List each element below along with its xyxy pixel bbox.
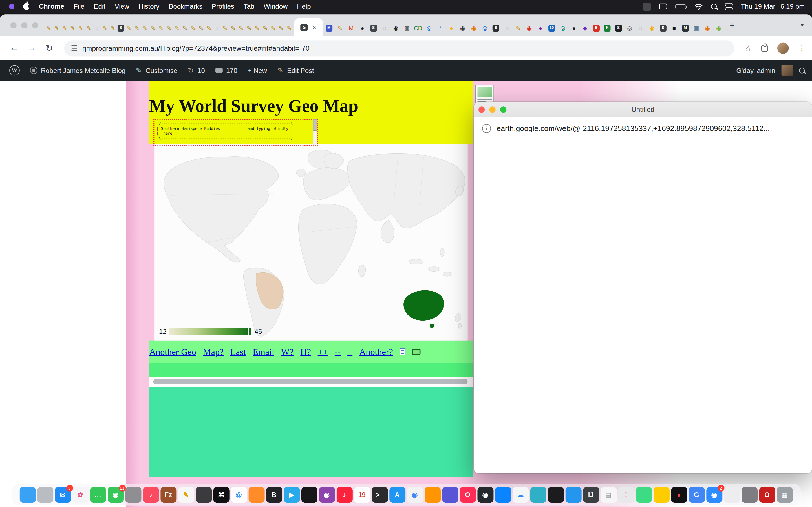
menubar-item-bookmarks[interactable]: Bookmarks <box>169 3 202 10</box>
browser-tab[interactable]: ✎ <box>141 20 149 36</box>
browser-tab[interactable]: ✎ <box>85 20 93 36</box>
dock-app-icon[interactable] <box>724 487 740 503</box>
browser-tab[interactable]: ◉ <box>702 20 713 36</box>
dock-app-icon[interactable]: ◉ <box>477 487 493 503</box>
popup-url-text[interactable]: earth.google.com/web/@-2116.197258135337… <box>497 124 770 132</box>
horizontal-scroll-thumb[interactable] <box>153 379 468 384</box>
browser-tab[interactable]: ✎ <box>237 20 245 36</box>
browser-tab[interactable]: ✎ <box>125 20 133 36</box>
address-bar[interactable]: rjmprogramming.com.au/ITblog/?p=72374&pr… <box>64 40 734 56</box>
dock-app-icon[interactable]: ● <box>671 487 687 503</box>
display-icon[interactable] <box>659 4 667 9</box>
page-link[interactable]: Another Geo <box>149 346 196 357</box>
dock-app-icon[interactable] <box>636 487 652 503</box>
menubar-item-edit[interactable]: Edit <box>94 3 105 10</box>
dock-app-icon[interactable] <box>424 487 441 503</box>
dock-app-icon[interactable] <box>495 487 511 503</box>
dock-app-icon[interactable]: 19 <box>354 487 370 503</box>
dock-app-icon[interactable]: G <box>689 487 705 503</box>
dock-app-icon[interactable]: IJ <box>583 487 599 503</box>
browser-tab[interactable]: ✎ <box>77 20 85 36</box>
browser-tab[interactable]: ✎ <box>133 20 141 36</box>
textarea-scrollbar[interactable] <box>313 119 317 145</box>
page-link[interactable]: Last <box>231 346 246 357</box>
page-link[interactable]: H? <box>300 346 311 357</box>
close-tab-icon[interactable]: × <box>312 24 316 31</box>
region-philippines[interactable] <box>440 248 444 257</box>
browser-menu-icon[interactable]: ⋮ <box>798 43 806 53</box>
browser-tab[interactable]: ✎ <box>285 20 293 36</box>
browser-tab[interactable]: ✎ <box>229 20 237 36</box>
menubar-item-window[interactable]: Window <box>264 3 288 10</box>
url-text[interactable]: rjmprogramming.com.au/ITblog/?p=72374&pr… <box>82 44 310 52</box>
browser-tab[interactable]: ✎ <box>68 20 77 36</box>
browser-tab[interactable]: ✎ <box>269 20 277 36</box>
wifi-icon[interactable] <box>694 3 702 10</box>
page-link[interactable]: ++ <box>318 346 328 357</box>
textarea-scroll-thumb[interactable] <box>313 119 317 131</box>
extensions-icon[interactable] <box>761 45 768 52</box>
browser-tab[interactable]: ✎ <box>277 20 285 36</box>
browser-tab[interactable]: ◎ <box>479 20 490 36</box>
browser-tab[interactable]: * <box>435 20 446 36</box>
browser-tab[interactable]: ✎ <box>513 20 523 36</box>
dock-app-icon[interactable]: ! <box>618 487 634 503</box>
admin-avatar[interactable] <box>781 65 793 76</box>
dock-app-icon[interactable]: ▶ <box>284 487 300 503</box>
dock-app-icon[interactable] <box>741 487 757 503</box>
browser-tab[interactable]: S <box>658 20 668 36</box>
browser-tab[interactable]: ✎ <box>61 20 68 36</box>
browser-tab[interactable]: ✎ <box>173 20 181 36</box>
dock-app-icon[interactable] <box>548 487 564 503</box>
tab-search-chevron-icon[interactable]: ▾ <box>801 21 804 29</box>
browser-tab[interactable]: ✎ <box>197 20 205 36</box>
browser-tab[interactable]: S <box>368 20 379 36</box>
popup-close-button[interactable] <box>478 107 485 113</box>
battery-icon[interactable] <box>675 4 686 9</box>
dock-app-icon[interactable]: ◉ <box>407 487 423 503</box>
reload-button[interactable]: ↻ <box>42 43 57 54</box>
browser-tab[interactable]: ✎ <box>52 20 60 36</box>
browser-tab[interactable]: ◎ <box>624 20 635 36</box>
spotlight-icon[interactable] <box>711 4 716 9</box>
browser-tab[interactable]: M <box>346 20 357 36</box>
new-tab-button[interactable]: + <box>729 20 735 30</box>
menubar-item-file[interactable]: File <box>73 3 84 10</box>
popup-title-bar[interactable]: Untitled <box>474 102 812 117</box>
dock-app-icon[interactable] <box>301 487 317 503</box>
browser-tab[interactable]: ● <box>535 20 546 36</box>
dock-app-icon[interactable] <box>653 487 669 503</box>
clipboard-icon[interactable] <box>400 348 405 355</box>
dock-app-icon[interactable]: ◉2 <box>706 487 722 503</box>
browser-tab[interactable]: ▣ <box>401 20 412 36</box>
customise-menu[interactable]: ✎ Customise <box>131 60 183 80</box>
browser-tab[interactable]: E <box>591 20 602 36</box>
browser-tab[interactable]: ✎ <box>157 20 165 36</box>
browser-tab[interactable]: ✎ <box>149 20 157 36</box>
bookmark-star-icon[interactable]: ☆ <box>745 43 752 53</box>
browser-tab[interactable]: ◉ <box>524 20 535 36</box>
browser-tab[interactable]: S <box>613 20 624 36</box>
dock-app-icon[interactable]: … <box>90 487 106 503</box>
browser-tab[interactable]: ✎ <box>221 20 229 36</box>
browser-tab[interactable]: ◌ <box>502 20 513 36</box>
browser-tab[interactable]: ▣ <box>691 20 702 36</box>
browser-tab[interactable]: ✎ <box>165 20 173 36</box>
dock-app-icon[interactable] <box>37 487 53 503</box>
browser-tab[interactable]: ○ <box>213 20 221 36</box>
updates-menu[interactable]: ↻ 10 <box>183 60 210 80</box>
browser-tab[interactable]: ◌ <box>379 20 390 36</box>
apple-menu-icon[interactable] <box>23 3 30 10</box>
browser-tab[interactable]: ✎ <box>253 20 261 36</box>
dock-app-icon[interactable]: ✎ <box>178 487 194 503</box>
browser-tab[interactable]: ● <box>357 20 368 36</box>
new-content-menu[interactable]: + New <box>243 60 272 80</box>
comments-menu[interactable]: 170 <box>210 60 243 80</box>
dock-app-icon[interactable] <box>530 487 546 503</box>
browser-tab[interactable]: ◉ <box>713 20 724 36</box>
region-indonesia[interactable] <box>443 272 452 276</box>
survey-textarea[interactable]: /---------------------------------------… <box>153 119 318 146</box>
browser-tab[interactable]: ✎ <box>109 20 117 36</box>
edit-post-menu[interactable]: ✎ Edit Post <box>272 60 319 80</box>
browser-tab[interactable]: S <box>490 20 501 36</box>
